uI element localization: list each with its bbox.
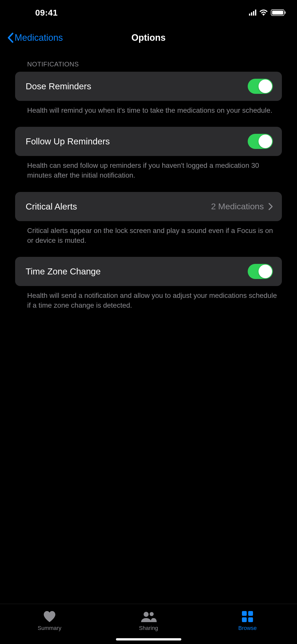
status-time: 09:41 <box>35 8 58 18</box>
page-title: Options <box>132 32 166 43</box>
tab-sharing[interactable]: Sharing <box>99 604 198 637</box>
navigation-bar: Medications Options <box>0 25 297 50</box>
chevron-right-icon <box>268 203 273 210</box>
toggle-followup-reminders[interactable] <box>248 134 273 149</box>
footer-dose-reminders: Health will remind you when it's time to… <box>15 101 282 127</box>
row-label: Time Zone Change <box>26 266 101 276</box>
back-label: Medications <box>15 32 63 43</box>
svg-rect-5 <box>248 617 253 622</box>
grid-icon <box>242 610 253 623</box>
tab-summary[interactable]: Summary <box>0 604 99 637</box>
home-indicator[interactable] <box>116 638 181 640</box>
toggle-dose-reminders[interactable] <box>248 79 273 94</box>
tab-browse[interactable]: Browse <box>198 604 297 637</box>
row-time-zone-change[interactable]: Time Zone Change <box>15 257 282 286</box>
row-followup-reminders[interactable]: Follow Up Reminders <box>15 127 282 156</box>
chevron-left-icon <box>7 32 14 43</box>
row-label: Critical Alerts <box>26 202 77 212</box>
footer-critical-alerts: Critical alerts appear on the lock scree… <box>15 221 282 257</box>
svg-point-1 <box>150 612 154 616</box>
people-icon <box>141 610 157 623</box>
section-header-notifications: NOTIFICATIONS <box>15 60 282 72</box>
row-detail-text: 2 Medications <box>211 202 264 211</box>
row-label: Dose Reminders <box>26 81 91 91</box>
svg-rect-2 <box>242 611 247 616</box>
row-label: Follow Up Reminders <box>26 136 110 146</box>
content-area: NOTIFICATIONS Dose Reminders Health will… <box>0 50 297 644</box>
svg-rect-3 <box>248 611 253 616</box>
row-critical-alerts[interactable]: Critical Alerts 2 Medications <box>15 192 282 221</box>
status-indicators <box>249 9 284 16</box>
svg-point-0 <box>144 612 149 617</box>
cellular-signal-icon <box>249 10 256 16</box>
wifi-icon <box>259 10 268 16</box>
battery-icon <box>271 9 284 16</box>
toggle-time-zone-change[interactable] <box>248 264 273 279</box>
back-button[interactable]: Medications <box>7 32 63 43</box>
row-dose-reminders[interactable]: Dose Reminders <box>15 72 282 101</box>
tab-label: Sharing <box>139 625 158 631</box>
footer-time-zone-change: Health will send a notification and allo… <box>15 286 282 322</box>
tab-bar: Summary Sharing <box>0 604 297 644</box>
tab-label: Summary <box>38 625 61 631</box>
status-bar: 09:41 <box>0 0 297 25</box>
tab-label: Browse <box>238 625 257 631</box>
footer-followup-reminders: Health can send follow up reminders if y… <box>15 156 282 192</box>
heart-icon <box>43 610 56 623</box>
svg-rect-4 <box>242 617 247 622</box>
